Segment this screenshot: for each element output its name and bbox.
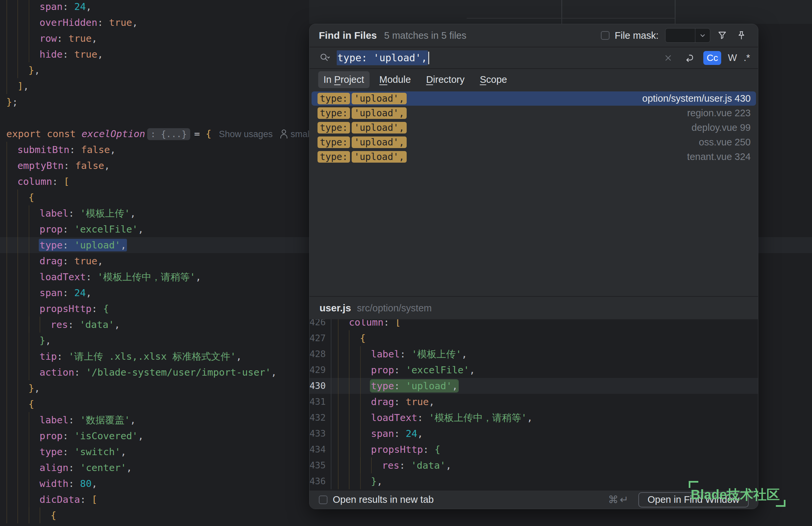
code-token: ,	[114, 319, 120, 330]
code-token: :	[63, 430, 74, 441]
match-text: type:'upload',	[318, 136, 407, 148]
search-options: Cc W .*	[661, 51, 750, 65]
line-number: 432	[309, 410, 331, 426]
match-case-toggle[interactable]: Cc	[703, 51, 721, 65]
code-token: :	[417, 412, 429, 423]
clear-icon[interactable]	[661, 51, 676, 65]
code-token: '模板上传'	[80, 208, 130, 219]
search-result-row[interactable]: type:'upload',oss.vue 250	[311, 135, 756, 149]
code-token: :	[98, 17, 109, 28]
line-number: 434	[309, 441, 331, 457]
search-result-row[interactable]: type:'upload',region.vue 223	[311, 106, 756, 120]
result-file-location: tenant.vue 324	[687, 151, 751, 162]
code-token: =	[194, 128, 206, 139]
code-token: '模板上传中，请稍等'	[98, 271, 195, 283]
code-token: :	[423, 444, 435, 455]
code-token: type	[40, 446, 63, 457]
code-token: :	[69, 415, 80, 426]
line-number: 428	[309, 346, 331, 362]
code-line: span: 24,	[0, 285, 309, 301]
match-highlight: type: 'upload',	[371, 380, 458, 392]
code-token: ;	[12, 96, 17, 108]
search-icon[interactable]	[318, 51, 332, 65]
code-token	[76, 128, 82, 139]
code-line: span: 24,	[0, 0, 309, 15]
code-token: propsHttp	[371, 444, 423, 455]
code-token: type	[371, 380, 394, 392]
match-chip: type:	[318, 122, 350, 134]
search-result-row[interactable]: type:'upload',tenant.vue 324	[311, 150, 756, 164]
code-token: ,	[527, 412, 533, 423]
match-chip: 'upload',	[352, 122, 407, 134]
code-line: emptyBtn: false,	[0, 158, 309, 174]
code-token: :	[394, 396, 406, 407]
search-input[interactable]: type: 'upload',	[337, 50, 429, 65]
scope-tab-scope[interactable]: Scope	[475, 71, 512, 88]
code-token: :	[57, 351, 69, 362]
newline-icon[interactable]	[682, 51, 697, 65]
code-token: export	[6, 128, 41, 139]
pin-icon[interactable]	[734, 28, 749, 43]
chevron-down-icon[interactable]	[695, 31, 710, 40]
panel-divider	[562, 0, 562, 24]
words-toggle[interactable]: W	[728, 52, 737, 63]
code-token: :	[63, 1, 74, 12]
open-results-checkbox[interactable]	[319, 496, 328, 504]
code-token: drag	[40, 255, 63, 267]
code-token: :	[394, 364, 406, 376]
preview-editor[interactable]: 426column: [427{428label: '模板上传',429prop…	[309, 319, 758, 491]
code-token: :	[68, 319, 79, 330]
scope-tab-module[interactable]: Module	[374, 71, 416, 88]
code-line: label: '数据覆盖',	[0, 412, 309, 428]
shortcut-hint: ⌘↵	[608, 494, 630, 506]
code-token: ,	[138, 224, 144, 235]
code-token: :	[86, 271, 98, 283]
preview-code-line: 428label: '模板上传',	[309, 346, 758, 362]
filter-icon[interactable]	[715, 28, 729, 43]
code-token: 24	[74, 1, 86, 12]
match-chip: 'upload',	[352, 107, 407, 119]
code-line: {	[0, 508, 309, 523]
code-token: prop	[371, 364, 394, 376]
code-line: type: 'switch',	[0, 444, 309, 460]
code-line: prop: 'excelFile',	[0, 221, 309, 237]
code-token: ,	[446, 460, 451, 471]
code-token: true	[69, 33, 92, 44]
regex-toggle[interactable]: .*	[744, 52, 750, 63]
author-icon	[280, 129, 288, 139]
code-token: :	[63, 287, 74, 298]
code-token: 'data'	[411, 460, 446, 471]
scope-tab-in-project[interactable]: In Project	[318, 71, 369, 88]
code-token: label	[371, 348, 400, 360]
code-token: ]	[17, 80, 23, 92]
open-results-label: Open results in new tab	[333, 494, 434, 505]
search-result-row[interactable]: type:'upload',deploy.vue 99	[311, 121, 756, 135]
code-token: false	[81, 144, 110, 155]
file-mask-combobox[interactable]	[665, 28, 710, 43]
code-token: [	[64, 176, 69, 187]
code-token: :	[400, 348, 412, 360]
code-line: };	[0, 94, 309, 110]
code-token: 'upload'	[406, 380, 452, 392]
code-token: {	[29, 192, 34, 203]
code-token: column	[17, 176, 52, 187]
code-token: {	[51, 510, 56, 521]
code-token: }	[40, 335, 45, 346]
preview-code-line: 432loadText: '模板上传中，请稍等',	[309, 410, 758, 426]
code-line: hide: true,	[0, 46, 309, 62]
file-mask-checkbox[interactable]	[601, 31, 609, 40]
code-line: submitBtn: false,	[0, 142, 309, 158]
code-token: overHidden	[40, 17, 98, 28]
line-number: 430	[309, 378, 331, 394]
main-editor-code[interactable]: span: 24,overHidden: true,row: true,hide…	[0, 0, 309, 523]
code-line: propsHttp: {	[0, 301, 309, 317]
code-line: type: 'upload',	[0, 237, 309, 253]
code-token: label	[40, 415, 68, 426]
preview-code-line: 431drag: true,	[309, 394, 758, 410]
search-result-row[interactable]: type:'upload',option/system/user.js 430	[311, 91, 756, 106]
code-token: ,	[126, 462, 132, 474]
code-token: 'data'	[79, 319, 114, 330]
scope-tab-directory[interactable]: Directory	[421, 71, 470, 88]
code-token: false	[75, 160, 104, 171]
code-line: row: true,	[0, 30, 309, 46]
